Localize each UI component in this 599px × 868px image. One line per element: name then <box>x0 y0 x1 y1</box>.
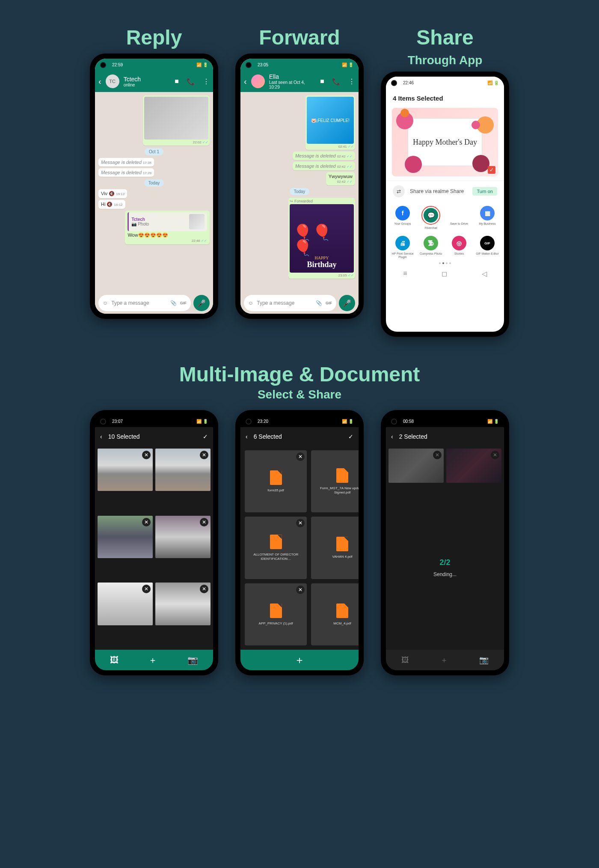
text-message[interactable]: Ywywywuw02:42 <box>326 172 355 185</box>
share-app-compress-photo[interactable]: 🗜Compress Photo <box>418 236 444 259</box>
app-icon: GIF <box>480 236 495 250</box>
remove-icon[interactable]: ✕ <box>296 519 305 527</box>
app-label: Stories <box>454 252 464 259</box>
app-icon: ◎ <box>452 236 466 250</box>
text-message[interactable]: Hi 🔇 16:12 <box>98 200 125 209</box>
gallery-item[interactable]: ✕ <box>155 449 211 491</box>
doc-item[interactable]: ✕ALLOTMENT OF DIRECTOR IDENTIFICATION… <box>245 517 307 579</box>
phone-forward: 23:05📶 🔋 ‹ Ella Last seen at Oct 4, 10:2… <box>235 54 364 319</box>
add-icon[interactable]: ＋ <box>294 653 305 667</box>
reply-message[interactable]: Tctech 📷 Photo Wow😍😍😍😍😍 22:46 <box>125 211 210 244</box>
gallery-item[interactable]: ✕ <box>155 583 211 625</box>
back-icon[interactable]: ‹ <box>244 77 247 86</box>
video-call-icon[interactable]: ■ <box>320 77 324 85</box>
app-icon: ▦ <box>480 206 495 220</box>
attach-icon[interactable]: 📎 <box>170 300 177 306</box>
doc-name: MCM_4.pdf <box>333 621 351 626</box>
mic-button[interactable]: 🎤 <box>339 295 355 311</box>
voice-call-icon[interactable]: 📞 <box>187 77 195 86</box>
share-app-your-groups[interactable]: fYour Groups <box>389 206 416 233</box>
sending-header: ‹ 2 Selected <box>386 427 504 446</box>
remove-icon[interactable]: ✕ <box>296 586 305 594</box>
confirm-icon[interactable]: ✓ <box>203 433 208 440</box>
doc-item[interactable]: ✕MCM_4.pdf <box>311 583 359 645</box>
reply-thumb-image <box>189 214 205 229</box>
remove-icon[interactable]: ✕ <box>491 451 499 459</box>
contact-info[interactable]: Ella Last seen at Oct 4, 10:29 <box>269 73 316 89</box>
image-message[interactable]: 22:02 <box>143 95 210 146</box>
share-header: 4 Items Selected <box>386 89 504 108</box>
selection-count: 2 Selected <box>399 433 499 440</box>
back-icon[interactable]: ‹ <box>100 433 102 440</box>
remove-icon[interactable]: ✕ <box>296 452 305 461</box>
turn-on-button[interactable]: Turn on <box>472 187 497 196</box>
doc-name: ALLOTMENT OF DIRECTOR IDENTIFICATION… <box>248 553 303 561</box>
deleted-message[interactable]: Message is deleted 17:35 <box>98 158 154 166</box>
contact-info[interactable]: Tctech online <box>124 76 171 87</box>
camera-hole <box>246 419 252 425</box>
message-input[interactable]: ☺ Type a message 📎 GIF <box>244 295 336 311</box>
camera-hole <box>391 419 397 425</box>
docs-footer: ＋ <box>240 650 359 670</box>
more-icon[interactable]: ⋮ <box>348 77 355 86</box>
gallery-item[interactable]: ✕ <box>98 449 153 491</box>
message-input[interactable]: ☺ Type a message 📎 GIF <box>98 295 191 311</box>
nav-home-icon[interactable]: ◻ <box>442 270 447 278</box>
gallery-icon[interactable]: 🖼 <box>110 655 119 665</box>
file-icon <box>270 603 282 618</box>
nav-recent-icon[interactable]: ≡ <box>403 270 407 277</box>
remove-icon[interactable]: ✕ <box>200 518 208 526</box>
doc-item[interactable]: ✕VAHAN 4.pdf <box>311 517 359 579</box>
add-icon[interactable]: ＋ <box>148 654 157 666</box>
doc-item[interactable]: ✕form35.pdf <box>245 450 307 512</box>
deleted-message[interactable]: Message is deleted 02:42 <box>293 162 355 170</box>
share-app-my-business[interactable]: ▦My Business <box>474 206 501 233</box>
gallery-item[interactable]: ✕ <box>98 516 153 558</box>
app-icon: ▲ <box>452 206 466 220</box>
avatar[interactable]: TC <box>106 74 119 88</box>
share-app-stories[interactable]: ◎Stories <box>446 236 472 259</box>
realme-share-icon: ⇄ <box>393 185 405 197</box>
more-icon[interactable]: ⋮ <box>203 77 210 86</box>
deleted-message[interactable]: Message is deleted 02:42 <box>293 152 355 160</box>
video-call-icon[interactable]: ■ <box>175 77 179 85</box>
remove-icon[interactable]: ✕ <box>433 451 442 459</box>
gif-icon[interactable]: GIF <box>180 301 187 305</box>
forwarded-message[interactable]: ↪ Forwarded 🎈🎈🎈 HAPPY Birthday 23:05 <box>288 198 355 279</box>
voice-call-icon[interactable]: 📞 <box>332 77 341 86</box>
gallery-header: ‹ 10 Selected ✓ <box>95 427 213 446</box>
share-app-fiberchat[interactable]: 💬Fiberchat <box>418 206 444 233</box>
statusbar: 23:05📶 🔋 <box>240 59 359 71</box>
statusbar: 22:59📶 🔋 <box>95 59 213 71</box>
mic-button[interactable]: 🎤 <box>193 295 210 311</box>
back-icon[interactable]: ‹ <box>246 433 248 440</box>
back-icon[interactable]: ‹ <box>391 433 393 440</box>
file-icon <box>270 470 282 485</box>
share-preview[interactable]: Happy Mother's Day ✓ <box>392 108 498 176</box>
page-indicator <box>386 261 504 266</box>
share-app-hp-print-service-plugin[interactable]: 🖨HP Print Service Plugin <box>389 236 416 259</box>
back-icon[interactable]: ‹ <box>98 77 101 86</box>
deleted-message[interactable]: Message is deleted 17:29 <box>98 168 154 177</box>
emoji-icon[interactable]: ☺ <box>103 300 108 306</box>
attach-icon[interactable]: 📎 <box>316 300 322 306</box>
doc-item[interactable]: ✕APP_PRIVACY (1).pdf <box>245 583 307 645</box>
text-message[interactable]: Viv 🔇 19:12 <box>98 189 127 198</box>
camera-icon[interactable]: 📷 <box>187 655 198 665</box>
avatar[interactable] <box>251 74 265 88</box>
sticker-message[interactable]: 🐷¡FELIZ CUMPLE! 02:41 <box>305 95 355 150</box>
nav-back-icon[interactable]: ◁ <box>482 270 487 278</box>
phone-sending: 00:58📶 🔋 ‹ 2 Selected ✕ ✕ 2/2 Sending...… <box>381 410 509 675</box>
emoji-icon[interactable]: ☺ <box>248 300 253 306</box>
gallery-item[interactable]: ✕ <box>98 583 153 625</box>
share-app-save-to-drive[interactable]: ▲Save to Drive <box>446 206 472 233</box>
remove-icon[interactable]: ✕ <box>200 451 208 459</box>
confirm-icon[interactable]: ✓ <box>348 433 353 440</box>
share-app-gif-maker-editor[interactable]: GIFGIF Maker-Editor <box>474 236 501 259</box>
gallery-item[interactable]: ✕ <box>155 516 211 558</box>
realme-share-row[interactable]: ⇄ Share via realme Share Turn on <box>386 181 504 202</box>
remove-icon[interactable]: ✕ <box>142 518 151 526</box>
remove-icon[interactable]: ✕ <box>142 451 151 459</box>
doc-item[interactable]: ✕Form_MGT_7A New updated Signed.pdf <box>311 450 359 512</box>
gif-icon[interactable]: GIF <box>326 301 332 305</box>
